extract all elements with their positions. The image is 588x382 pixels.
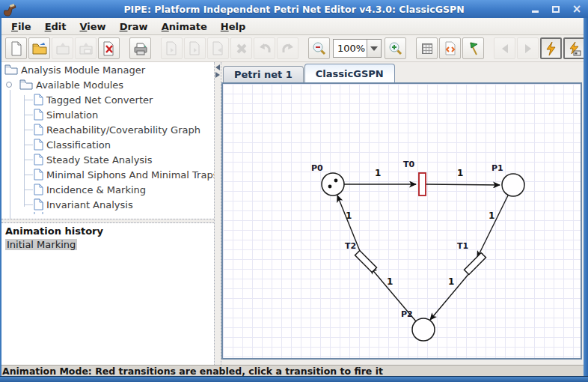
collapse-left-icon[interactable]: [215, 64, 220, 70]
undo-icon: [258, 43, 272, 55]
step-forward-icon: [525, 44, 531, 53]
save-as-icon: [79, 42, 94, 55]
maximize-button[interactable]: [551, 4, 561, 14]
minimize-button[interactable]: [530, 4, 540, 14]
export-png-button[interactable]: [161, 37, 183, 59]
transition-t1[interactable]: T1: [457, 241, 486, 274]
zoom-in-icon: [388, 41, 402, 55]
document-icon: [34, 139, 43, 151]
weight-p0-t0: 1: [375, 168, 381, 178]
transition-t0-enabled[interactable]: T0: [403, 160, 426, 195]
document-icon: [34, 109, 43, 121]
step-back-button[interactable]: [494, 37, 515, 59]
collapse-right-icon[interactable]: [215, 72, 220, 78]
tree-item-simulation[interactable]: Simulation: [1, 107, 214, 122]
tree-item-incidence-and-marking[interactable]: Incidence & Marking: [1, 182, 214, 197]
zoom-dropdown-button[interactable]: [367, 39, 382, 58]
step-back-icon: [502, 44, 508, 53]
menu-view[interactable]: View: [73, 19, 113, 34]
tree-expand-handle[interactable]: [6, 82, 12, 88]
transition-t2[interactable]: T2: [345, 241, 376, 272]
weight-t0-p1: 1: [457, 168, 463, 178]
delete-x-icon: [236, 43, 248, 55]
tab-petri-net-1[interactable]: Petri net 1: [223, 66, 304, 82]
weight-t2-p0: 1: [346, 210, 352, 221]
tree-item-steady-state-analysis[interactable]: Steady State Analysis: [1, 152, 214, 167]
xml-file-icon: [444, 41, 457, 55]
history-entry-initial-marking[interactable]: Initial Marking: [5, 239, 77, 250]
save-as-button[interactable]: [75, 37, 97, 59]
menu-animate[interactable]: Animate: [155, 19, 214, 34]
tree-item-tagged-net-converter[interactable]: Tagged Net Converter: [1, 92, 214, 107]
menu-edit[interactable]: Edit: [38, 19, 73, 34]
weight-p2-t2: 1: [387, 276, 393, 287]
export-ps-icon: [189, 41, 201, 55]
random-animate-button[interactable]: [563, 37, 585, 59]
animation-history-title: Animation history: [5, 225, 210, 237]
weight-p1-t1: 1: [489, 210, 494, 221]
export-png-icon: [165, 41, 178, 55]
zoom-value: 100%: [333, 39, 367, 58]
export-xml-button[interactable]: [439, 37, 461, 59]
document-icon: [34, 94, 43, 106]
chevron-down-icon: [370, 46, 378, 51]
new-button[interactable]: [5, 37, 27, 59]
tab-classicgspn[interactable]: ClassicGSPN: [304, 64, 395, 82]
window-left-edge: [0, 18, 1, 376]
menu-help[interactable]: Help: [214, 19, 252, 34]
zoom-out-button[interactable]: [308, 37, 330, 59]
document-icon: [34, 154, 43, 166]
save-button[interactable]: [52, 37, 73, 59]
token-dot: [334, 179, 338, 183]
close-file-icon: [102, 41, 116, 56]
document-icon: [34, 212, 43, 214]
export-ps-button[interactable]: [184, 37, 206, 59]
close-file-button[interactable]: [98, 37, 120, 59]
folder-icon: [4, 64, 18, 75]
step-forward-button[interactable]: [517, 37, 539, 59]
delete-button[interactable]: [230, 37, 252, 59]
maximize-icon: [552, 6, 560, 13]
close-button[interactable]: ×: [572, 4, 582, 14]
petri-net-drawing: P0 P1 P2 T0: [223, 84, 581, 358]
place-p2[interactable]: P2: [401, 309, 435, 341]
analysis-module-tree: Analysis Module Manager Available Module…: [1, 62, 214, 219]
open-folder-icon: [32, 42, 47, 55]
menu-bar: File Edit View Draw Animate Help: [1, 18, 584, 35]
redo-button[interactable]: [277, 37, 298, 59]
place-p0[interactable]: P0: [311, 163, 344, 195]
petri-net-canvas[interactable]: P0 P1 P2 T0: [223, 84, 581, 358]
undo-button[interactable]: [254, 37, 275, 59]
token-dot: [328, 185, 332, 189]
tree-item-classification[interactable]: Classification: [1, 137, 214, 152]
zoom-select-combo[interactable]: 100%: [333, 39, 382, 58]
tree-item-partial: [1, 212, 214, 214]
menu-file[interactable]: File: [4, 19, 38, 34]
redo-icon: [281, 43, 295, 55]
tagged-net-flag-button[interactable]: [462, 37, 484, 59]
vertical-split-divider[interactable]: [214, 62, 221, 365]
export-tn-button[interactable]: [207, 37, 229, 59]
open-button[interactable]: [28, 37, 50, 59]
module-manager-panel: Analysis Module Manager Available Module…: [1, 62, 214, 365]
tree-item-minimal-siphons-and-minimal-traps[interactable]: Minimal Siphons And Minimal Traps: [1, 167, 214, 182]
tree-item-invariant-analysis[interactable]: Invariant Analysis: [1, 197, 214, 212]
export-tn-icon: [212, 41, 224, 55]
save-icon: [55, 42, 70, 55]
toggle-grid-button[interactable]: [416, 37, 438, 59]
print-icon: [133, 42, 148, 55]
animation-history-panel: Animation history Initial Marking: [1, 223, 214, 365]
place-p1[interactable]: P1: [491, 163, 524, 196]
window-bottom-edge: [0, 376, 588, 382]
zoom-out-icon: [312, 41, 326, 55]
tree-root-analysis-module-manager[interactable]: Analysis Module Manager: [1, 62, 214, 77]
print-button[interactable]: [129, 37, 151, 59]
zoom-in-button[interactable]: [385, 37, 406, 59]
tab-strip: Petri net 1 ClassicGSPN: [221, 62, 584, 82]
tree-group-available-modules[interactable]: Available Modules: [1, 77, 214, 92]
animation-mode-button[interactable]: [540, 37, 562, 59]
menu-draw[interactable]: Draw: [113, 19, 155, 34]
folder-icon: [19, 79, 33, 90]
flag-icon: [467, 41, 480, 55]
tree-item-reachability-coverability-graph[interactable]: Reachability/Coverability Graph: [1, 122, 214, 137]
